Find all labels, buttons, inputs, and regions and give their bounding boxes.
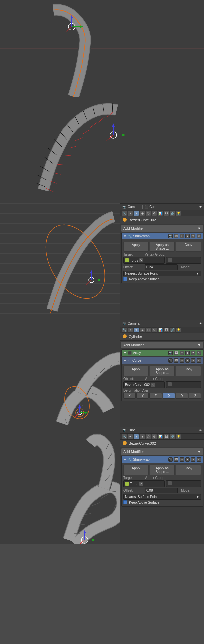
toolbar-btn-6[interactable]: ⚙ [152,211,157,216]
toolbar-btn5-6[interactable]: ⚙ [152,434,157,439]
modifier-curve-name-4: Curve [132,359,141,362]
curve-apply-shape-btn-4[interactable]: Apply as Shape ... [150,366,175,376]
toolbar-btn4-3[interactable]: ▼ [134,327,139,333]
mod5-down-btn[interactable]: ▼ [191,457,195,462]
toolbar-btn-10[interactable]: 💡 [176,211,181,216]
axis-z-btn-4[interactable]: Z [149,393,162,399]
mod5-x-btn[interactable]: ✕ [197,457,201,462]
apply-shape-btn-5[interactable]: Apply as Shape ... [150,465,175,475]
toolbar-btn4-8[interactable]: 🎞 [164,327,169,333]
keep-above-row-3: Keep Above Surface [123,277,201,281]
axis-neg-z-btn-4[interactable]: -Z [189,393,201,399]
cur-up-btn-4[interactable]: ▲ [185,358,190,363]
toolbar-btn5-7[interactable]: 📊 [158,434,163,439]
curve-apply-btn-4[interactable]: Apply [123,366,149,376]
toolbar-btn4-7[interactable]: 📊 [158,327,163,333]
toolbar-btn4-6[interactable]: ⚙ [152,327,157,333]
axis-x-btn-4[interactable]: X [123,393,136,399]
mod-edit-btn-3[interactable]: ✏ [180,234,184,238]
axis-neg-x-btn-4[interactable]: -X [163,393,175,399]
toolbar-btn5-1[interactable]: 🔧 [122,434,127,439]
toolbar-btn5-9[interactable]: 🔗 [170,434,175,439]
toolbar-btn5-4[interactable]: ◈ [140,434,145,439]
eye-icon-3[interactable]: 👁 [199,205,202,209]
toolbar-btn-7[interactable]: 📊 [158,211,163,216]
svg-line-5 [67,27,72,32]
toolbar-btn-5[interactable]: ⬡ [146,211,151,216]
arr-camera-btn-4[interactable]: 📷 [168,351,173,355]
arr-down-btn-4[interactable]: ▼ [191,351,195,355]
toolbar-btn-2[interactable]: ✦ [128,211,133,216]
modifier-expand-5[interactable]: ▼ [123,458,127,461]
mode-value-5[interactable]: Nearest Surface Point ▼ [123,494,201,500]
keep-above-checkbox-5[interactable] [123,500,127,504]
modifier-curve-expand-4[interactable]: ▼ [123,359,127,362]
icon-bar-4: 🔧 ✦ ▼ ◈ ⬡ ⚙ 📊 🎞 🔗 💡 [122,327,181,333]
vertex-group-5[interactable] [166,480,201,487]
toolbar-btn5-8[interactable]: 🎞 [164,434,169,439]
eye-icon-5[interactable]: 👁 [199,429,202,432]
toolbar-btn-9[interactable]: 🔗 [170,211,175,216]
add-modifier-3[interactable]: Add Modifier ▼ [121,225,203,232]
mod5-camera-btn[interactable]: 📷 [168,457,173,462]
cur-camera-btn-4[interactable]: 📷 [168,358,173,363]
toolbar-btn-4[interactable]: ◈ [140,211,145,216]
toolbar-btn4-1[interactable]: 🔧 [122,327,127,333]
cur-x-btn-4[interactable]: ✕ [197,358,201,363]
add-modifier-5[interactable]: Add Modifier ▼ [121,448,203,455]
mod-up-btn-3[interactable]: ▲ [185,234,190,238]
toolbar-btn5-2[interactable]: ✦ [128,434,133,439]
apply-shape-btn-3[interactable]: Apply as Shape ... [150,242,175,252]
modifier-array-expand-4[interactable]: ▼ [123,351,127,355]
arr-up-btn-4[interactable]: ▲ [185,351,190,355]
mod5-up-btn[interactable]: ▲ [185,457,190,462]
apply-btn-3[interactable]: Apply [123,242,149,252]
target-value-3[interactable]: Torus ✕ [123,257,165,264]
toolbar-btn4-10[interactable]: 💡 [176,327,181,333]
target-value-5[interactable]: Torus ✕ [123,480,165,487]
arr-x-btn-4[interactable]: ✕ [197,351,201,355]
mode-value-3[interactable]: Nearest Surface Point ▼ [123,271,201,276]
target-clear-btn-5[interactable]: ✕ [139,481,144,486]
toolbar-btn4-5[interactable]: ⬡ [146,327,151,333]
axis-neg-y-btn-4[interactable]: -Y [176,393,188,399]
toolbar-btn-1[interactable]: 🔧 [122,211,127,216]
curve-copy-btn-4[interactable]: Copy [176,366,201,376]
toolbar-btn4-4[interactable]: ◈ [140,327,145,333]
cur-render-btn-4[interactable]: 🖼 [174,358,178,363]
vertex-group-3[interactable] [166,257,201,264]
axis-y-btn-4[interactable]: Y [136,393,149,399]
apply-btn-5[interactable]: Apply [123,465,149,475]
offset-value-3[interactable]: 0.24 [145,264,178,270]
object-name-row-4: Cylinder [120,333,204,341]
mod-render-btn-3[interactable]: 🖼 [174,234,178,238]
target-clear-btn-3[interactable]: ✕ [139,258,144,263]
cur-down-btn-4[interactable]: ▼ [191,358,195,363]
offset-value-5[interactable]: 0.08 [145,488,178,493]
arr-edit-btn-4[interactable]: ✏ [180,351,184,355]
vertex-group-value-4[interactable] [166,381,201,388]
toolbar-btn-3[interactable]: ▼ [134,211,139,216]
eye-icon-4[interactable]: 👁 [199,322,202,325]
modifier-array-icon-4: ⬛ [128,351,132,355]
object-clear-btn-4[interactable]: ✕ [151,382,155,387]
toolbar-btn4-2[interactable]: ✦ [128,327,133,333]
object-value-4[interactable]: BezierCurve.002 ✕ [123,381,165,388]
modifier-expand-3[interactable]: ▼ [123,234,127,238]
mod5-render-btn[interactable]: 🖼 [174,457,178,462]
copy-btn-3[interactable]: Copy [176,242,201,252]
toolbar-btn5-5[interactable]: ⬡ [146,434,151,439]
toolbar-btn5-10[interactable]: 💡 [176,434,181,439]
keep-above-checkbox-3[interactable] [123,277,127,281]
toolbar-btn4-9[interactable]: 🔗 [170,327,175,333]
mod5-edit-btn[interactable]: ✏ [180,457,184,462]
add-modifier-4[interactable]: Add Modifier ▼ [121,342,203,348]
toolbar-btn-8[interactable]: 🎞 [164,211,169,216]
mod-camera-btn-3[interactable]: 📷 [168,234,173,238]
copy-btn-5[interactable]: Copy [176,465,201,475]
toolbar-btn5-3[interactable]: ▼ [134,434,139,439]
mod-x-btn-3[interactable]: ✕ [197,234,201,238]
mod-down-btn-3[interactable]: ▼ [191,234,195,238]
arr-render-btn-4[interactable]: 🖼 [174,351,178,355]
cur-edit-btn-4[interactable]: ✏ [180,358,184,363]
